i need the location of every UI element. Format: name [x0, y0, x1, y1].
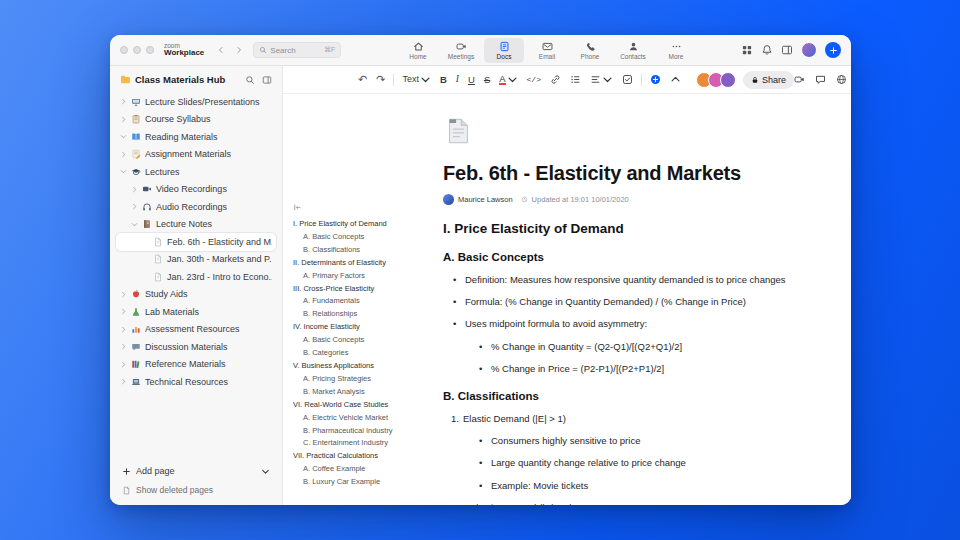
chevron-down-icon[interactable]: [120, 133, 127, 140]
doc-bullet-item[interactable]: •Consumers highly sensitive to price: [443, 436, 843, 447]
tab-more[interactable]: More: [656, 38, 696, 63]
chevron-right-icon[interactable]: [120, 291, 127, 298]
apps-icon[interactable]: [741, 44, 753, 56]
chevron-right-icon[interactable]: [120, 326, 127, 333]
sidebar-item[interactable]: Assignment Materials: [116, 146, 276, 164]
outline-item[interactable]: I. Price Elasticity of Demand: [293, 218, 443, 231]
strikethrough-button[interactable]: S: [483, 71, 491, 89]
outline-item[interactable]: II. Determinants of Elasticity: [293, 257, 443, 270]
video-call-icon[interactable]: [794, 74, 805, 85]
tab-contacts[interactable]: Contacts: [613, 38, 653, 63]
sidebar-item[interactable]: Lab Materials: [116, 303, 276, 321]
chevron-down-icon[interactable]: [261, 467, 270, 476]
share-button[interactable]: Share: [743, 71, 794, 89]
chevron-right-icon[interactable]: [120, 116, 127, 123]
chevron-right-icon[interactable]: [120, 343, 127, 350]
doc-bullet-item[interactable]: •Uses midpoint formula to avoid asymmetr…: [443, 319, 843, 330]
sidebar-item[interactable]: Lecture Slides/Presentations: [116, 93, 276, 111]
global-search-input[interactable]: Search ⌘F: [253, 42, 341, 58]
outline-item[interactable]: B. Pharmaceutical Industry: [293, 425, 443, 438]
add-page-button[interactable]: Add page: [122, 466, 270, 476]
doc-heading[interactable]: A. Basic Concepts: [443, 251, 843, 263]
sidebar-item[interactable]: Audio Recordings: [116, 198, 276, 216]
forward-button[interactable]: [232, 44, 245, 57]
outline-item[interactable]: B. Classifications: [293, 244, 443, 257]
sidebar-item[interactable]: Feb. 6th - Elasticity and M...: [116, 233, 276, 251]
outline-item[interactable]: A. Primary Factors: [293, 270, 443, 283]
italic-button[interactable]: I: [455, 71, 460, 89]
sidebar-item[interactable]: Study Aids: [116, 286, 276, 304]
tab-phone[interactable]: Phone: [570, 38, 610, 63]
sidebar-item[interactable]: Assessment Resources: [116, 321, 276, 339]
comments-icon[interactable]: [815, 74, 826, 85]
back-button[interactable]: [214, 44, 227, 57]
outline-item[interactable]: A. Fundamentals: [293, 295, 443, 308]
redo-button[interactable]: ↷: [375, 71, 386, 89]
doc-bullet-item[interactable]: •Large quantity change relative to price…: [443, 458, 843, 469]
doc-heading[interactable]: I. Price Elasticity of Demand: [443, 221, 843, 236]
user-avatar[interactable]: [801, 42, 817, 58]
align-button[interactable]: [589, 71, 614, 89]
sidebar-item[interactable]: Lecture Notes: [116, 216, 276, 234]
text-color-button[interactable]: A: [498, 71, 518, 89]
doc-numbered-item[interactable]: 1.Elastic Demand (|E| > 1): [443, 414, 843, 425]
doc-bullet-item[interactable]: •Formula: (% Change in Quantity Demanded…: [443, 297, 843, 308]
sidebar-item[interactable]: Lectures: [116, 163, 276, 181]
chevron-right-icon[interactable]: [131, 203, 138, 210]
sidebar-item[interactable]: Video Recordings: [116, 181, 276, 199]
chevron-right-icon[interactable]: [120, 308, 127, 315]
link-button[interactable]: [549, 71, 562, 89]
chevron-right-icon[interactable]: [120, 151, 127, 158]
outline-item[interactable]: A. Coffee Example: [293, 463, 443, 476]
doc-numbered-item[interactable]: 2.Inelastic Demand (|E| < 1): [443, 503, 843, 505]
checklist-button[interactable]: [621, 71, 634, 89]
chevron-right-icon[interactable]: [120, 98, 127, 105]
sidebar-item[interactable]: Course Syllabus: [116, 111, 276, 129]
chevron-right-icon[interactable]: [120, 378, 127, 385]
outline-item[interactable]: B. Luxury Car Example: [293, 476, 443, 489]
undo-button[interactable]: ↶: [357, 71, 368, 89]
sidebar-search-icon[interactable]: [245, 75, 255, 85]
outline-item[interactable]: A. Basic Concepts: [293, 231, 443, 244]
chevron-right-icon[interactable]: [120, 361, 127, 368]
show-deleted-pages-button[interactable]: Show deleted pages: [122, 485, 270, 495]
outline-item[interactable]: C. Entertainment Industry: [293, 437, 443, 450]
insert-button[interactable]: [649, 71, 662, 89]
collaborator-avatar[interactable]: [720, 72, 736, 88]
sidebar-item[interactable]: Jan. 23rd - Intro to Econo...: [116, 268, 276, 286]
outline-item[interactable]: A. Electric Vehicle Market: [293, 412, 443, 425]
doc-bullet-item[interactable]: •% Change in Quantity = (Q2-Q1)/[(Q2+Q1)…: [443, 342, 843, 353]
close-window-button[interactable]: [120, 46, 128, 54]
chevron-down-icon[interactable]: [131, 221, 138, 228]
tab-meetings[interactable]: Meetings: [441, 38, 481, 63]
new-item-plus-button[interactable]: [825, 42, 841, 58]
outline-item[interactable]: B. Relationships: [293, 308, 443, 321]
sidebar-item[interactable]: Jan. 30th - Markets and P...: [116, 251, 276, 269]
tab-email[interactable]: Email: [527, 38, 567, 63]
outline-item[interactable]: VI. Real-World Case Studies: [293, 399, 443, 412]
bold-button[interactable]: B: [439, 71, 448, 89]
outline-item[interactable]: A. Pricing Strategies: [293, 373, 443, 386]
sidebar-item[interactable]: Technical Resources: [116, 373, 276, 391]
outline-item[interactable]: IV. Income Elasticity: [293, 321, 443, 334]
tab-home[interactable]: Home: [398, 38, 438, 63]
doc-bullet-item[interactable]: •% Change in Price = (P2-P1)/[(P2+P1)/2]: [443, 364, 843, 375]
outline-item[interactable]: VII. Practical Calculations: [293, 450, 443, 463]
underline-button[interactable]: U: [467, 71, 476, 89]
sidebar-item[interactable]: Reference Materials: [116, 356, 276, 374]
doc-bullet-item[interactable]: •Definition: Measures how responsive qua…: [443, 275, 843, 286]
text-style-button[interactable]: Text: [401, 71, 432, 89]
collapse-toolbar-button[interactable]: [669, 71, 682, 89]
sidebar-collapse-icon[interactable]: [262, 75, 272, 85]
chevron-right-icon[interactable]: [131, 186, 138, 193]
document-title[interactable]: Feb. 6th - Elasticity and Markets: [443, 162, 843, 185]
notifications-icon[interactable]: [761, 44, 773, 56]
side-panel-icon[interactable]: [781, 44, 793, 56]
sidebar-item[interactable]: Discussion Materials: [116, 338, 276, 356]
collapse-outline-icon[interactable]: [293, 203, 302, 212]
maximize-window-button[interactable]: [146, 46, 154, 54]
outline-item[interactable]: V. Business Applications: [293, 360, 443, 373]
tab-docs[interactable]: Docs: [484, 38, 524, 63]
doc-heading[interactable]: B. Classifications: [443, 390, 843, 402]
outline-item[interactable]: B. Market Analysis: [293, 386, 443, 399]
